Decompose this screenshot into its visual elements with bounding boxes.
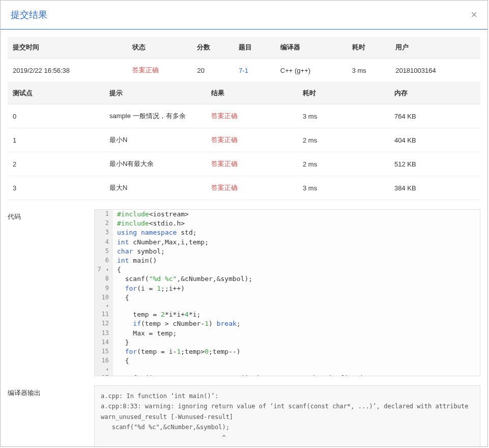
cell-problem[interactable]: 7-1: [234, 59, 275, 82]
code-content: scanf("%d %c",&cNumber,&symbol);: [113, 274, 252, 284]
col-compiler: 编译器: [275, 37, 347, 59]
code-line: 6int main(): [95, 256, 480, 265]
code-content: using namespace std;: [113, 228, 197, 237]
testcase-row: 0sample 一般情况，有多余答案正确3 ms764 KB: [8, 104, 480, 128]
compiler-output[interactable]: a.cpp: In function ‘int main()’: a.cpp:8…: [94, 385, 480, 446]
line-number: 3: [95, 228, 113, 237]
code-content: char symbol;: [113, 247, 165, 256]
code-label: 代码: [8, 209, 94, 221]
col-case-result: 结果: [206, 82, 298, 104]
col-case-elapsed: 耗时: [298, 82, 389, 104]
line-number: 7 ▾: [95, 265, 113, 274]
code-content: }: [113, 338, 129, 347]
testcase-row: 2最小N有最大余答案正确2 ms512 KB: [8, 152, 480, 176]
line-number: 9: [95, 284, 113, 293]
code-line: 16 ▾ {: [95, 356, 480, 374]
code-viewer[interactable]: 1#include<iostream>2#include<stdio.h>3us…: [94, 209, 480, 376]
cell-case-hint: 最小N有最大余: [104, 152, 206, 176]
line-number: 1: [95, 210, 113, 219]
line-number: 13: [95, 329, 113, 338]
summary-row: 2019/2/22 16:56:38 答案正确 20 7-1 C++ (g++)…: [8, 59, 480, 82]
line-number: 8: [95, 274, 113, 284]
code-content: #include<stdio.h>: [113, 219, 185, 228]
modal-body: 提交时间 状态 分数 题目 编译器 耗时 用户 2019/2/22 16:56:…: [1, 30, 487, 446]
cell-case-id: 0: [8, 104, 104, 128]
code-content: temp = 2*i*i+4*i;: [113, 310, 200, 319]
col-status: 状态: [127, 37, 192, 59]
code-line: 4int cNumber,Max,i,temp;: [95, 238, 480, 247]
col-case-memory: 内存: [389, 82, 480, 104]
code-content: {: [113, 265, 121, 274]
cell-status: 答案正确: [127, 59, 192, 82]
col-time: 提交时间: [8, 37, 127, 59]
line-number: 15: [95, 347, 113, 356]
summary-header-row: 提交时间 状态 分数 题目 编译器 耗时 用户: [8, 37, 480, 59]
cell-case-result: 答案正确: [206, 176, 298, 200]
line-number: 10 ▾: [95, 293, 113, 311]
code-content: Max = temp;: [113, 329, 177, 338]
testcase-table: 测试点 提示 结果 耗时 内存 0sample 一般情况，有多余答案正确3 ms…: [8, 82, 480, 200]
compiler-output-label: 编译器输出: [8, 385, 94, 398]
cell-case-hint: 最小N: [104, 128, 206, 152]
line-number: 5: [95, 247, 113, 256]
code-content: {: [113, 356, 129, 374]
cell-case-elapsed: 3 ms: [298, 176, 389, 200]
cell-case-memory: 404 KB: [389, 128, 480, 152]
col-problem: 题目: [234, 37, 275, 59]
line-number: 4: [95, 238, 113, 247]
code-line: 9 for(i = 1;;i++): [95, 284, 480, 293]
code-content: #include<iostream>: [113, 210, 189, 219]
col-case-hint: 提示: [104, 82, 206, 104]
line-number: 2: [95, 219, 113, 228]
code-content: {: [113, 293, 129, 311]
code-content: if(temp > cNumber-1) break;: [113, 319, 241, 328]
col-user: 用户: [390, 37, 480, 59]
code-line: 12 if(temp > cNumber-1) break;: [95, 319, 480, 328]
code-line: 2#include<stdio.h>: [95, 219, 480, 228]
cell-compiler: C++ (g++): [275, 59, 347, 82]
summary-table: 提交时间 状态 分数 题目 编译器 耗时 用户 2019/2/22 16:56:…: [8, 37, 480, 82]
code-line: 15 for(temp = i-1;temp>0;temp--): [95, 347, 480, 356]
code-content: for(int count = 0;count != (i-1)-temp;co…: [113, 374, 368, 376]
line-number: 12: [95, 319, 113, 328]
code-section: 代码 1#include<iostream>2#include<stdio.h>…: [8, 209, 480, 376]
code-line: 8 scanf("%d %c",&cNumber,&symbol);: [95, 274, 480, 284]
cell-case-memory: 384 KB: [389, 176, 480, 200]
modal-header: 提交结果 ×: [1, 1, 487, 30]
code-content: for(temp = i-1;temp>0;temp--): [113, 347, 241, 356]
line-number: 6: [95, 256, 113, 265]
cell-user: 20181003164: [390, 59, 480, 82]
code-line: 1#include<iostream>: [95, 210, 480, 219]
col-score: 分数: [192, 37, 234, 59]
testcase-row: 3最大N答案正确3 ms384 KB: [8, 176, 480, 200]
line-number: 14: [95, 338, 113, 347]
cell-case-hint: sample 一般情况，有多余: [104, 104, 206, 128]
close-icon[interactable]: ×: [471, 9, 477, 20]
code-line: 7 ▾{: [95, 265, 480, 274]
code-content: for(i = 1;;i++): [113, 284, 185, 293]
submission-result-modal: 提交结果 × 提交时间 状态 分数 题目 编译器 耗时 用户 2019/2/22…: [0, 0, 488, 447]
cell-case-id: 1: [8, 128, 104, 152]
col-elapsed: 耗时: [347, 37, 391, 59]
modal-title: 提交结果: [11, 9, 47, 21]
line-number: 17: [95, 374, 113, 376]
line-number: 11: [95, 310, 113, 319]
col-case-id: 测试点: [8, 82, 104, 104]
code-line: 10 ▾ {: [95, 293, 480, 311]
cell-case-elapsed: 2 ms: [298, 128, 389, 152]
compiler-output-section: 编译器输出 a.cpp: In function ‘int main()’: a…: [8, 385, 480, 446]
cell-time: 2019/2/22 16:56:38: [8, 59, 127, 82]
code-line: 13 Max = temp;: [95, 329, 480, 338]
cell-case-result: 答案正确: [206, 104, 298, 128]
cell-elapsed: 3 ms: [347, 59, 391, 82]
cell-case-id: 3: [8, 176, 104, 200]
line-number: 16 ▾: [95, 356, 113, 374]
code-content: int cNumber,Max,i,temp;: [113, 238, 209, 247]
cell-case-memory: 512 KB: [389, 152, 480, 176]
code-content: int main(): [113, 256, 157, 265]
code-line: 14 }: [95, 338, 480, 347]
cell-case-elapsed: 3 ms: [298, 104, 389, 128]
code-line: 3using namespace std;: [95, 228, 480, 237]
cell-case-result: 答案正确: [206, 152, 298, 176]
cell-case-elapsed: 2 ms: [298, 152, 389, 176]
